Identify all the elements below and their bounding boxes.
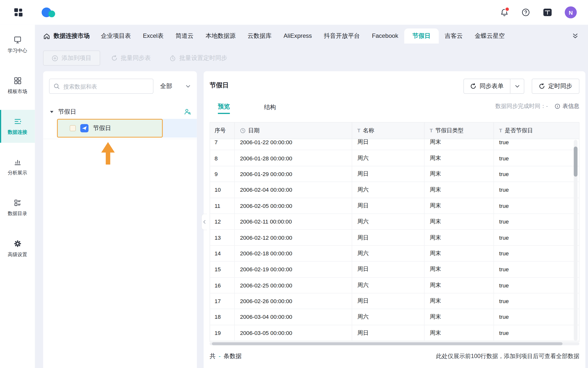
expand-tabs-icon[interactable] [572, 29, 579, 44]
tab-item[interactable]: 企业项目表 [95, 29, 137, 44]
table-body-viewport: 7 2006-01-22 00:00:00 周日 周末 true 8 2006-… [210, 139, 579, 341]
tab-item[interactable]: 吉客云 [439, 29, 469, 44]
notifications-bell-icon[interactable] [500, 8, 509, 17]
apps-grid-icon[interactable] [13, 7, 23, 17]
annotation-arrow [100, 141, 116, 165]
template-market-icon [13, 76, 22, 85]
sidebar-item-advanced-settings[interactable]: 高级设置 [0, 232, 35, 265]
tree-collapse-caret-icon[interactable] [50, 110, 54, 113]
tab-item[interactable]: Excel表 [137, 29, 169, 44]
column-header-is-holiday: T 是否节假日 [494, 123, 579, 139]
batch-toolbar: 添加到项目 批量同步表 批量设置定时同步 [43, 51, 227, 66]
table-header: 序号 日期 T 名称 T [210, 123, 579, 139]
dataset-label: 节假日 [93, 124, 111, 132]
search-input[interactable] [63, 83, 149, 90]
text-type-icon: T [499, 128, 502, 134]
scheduled-sync-button[interactable]: 定时同步 [532, 79, 579, 94]
gear-icon [13, 239, 22, 248]
data-explorer-panel: 全部 节假日 [43, 71, 197, 368]
sync-form-button[interactable]: 同步表单 [464, 79, 510, 93]
table-row[interactable]: 19 2006-03-05 00:00:00 周日 周末 true [210, 325, 579, 341]
tab-item[interactable]: Facebook [366, 29, 404, 44]
panel-collapse-handle[interactable] [201, 214, 207, 230]
sidebar-item-learning-center[interactable]: 学习中心 [0, 28, 35, 61]
main-area: 数据连接市场 企业项目表 Excel表 简道云 本地数据源 云数据库 AliEx… [35, 25, 588, 368]
sidebar-item-data-catalog[interactable]: 数据目录 [0, 191, 35, 224]
table-row[interactable]: 12 2006-02-11 00:00:00 周六 周末 true [210, 214, 579, 230]
topbar-right: N [500, 6, 577, 18]
batch-schedule-button[interactable]: 批量设置定时同步 [169, 54, 227, 62]
sync-time-text: 数据同步完成时间：- [495, 103, 548, 110]
tab-item[interactable]: 云数据库 [242, 29, 278, 44]
add-to-project-button[interactable]: 添加到项目 [43, 51, 100, 66]
timer-icon [169, 55, 176, 61]
tab-item-active[interactable]: 节假日 [404, 29, 439, 44]
clock-icon [240, 128, 246, 134]
tree-group-label: 节假日 [58, 108, 76, 116]
horizontal-scrollbar-thumb[interactable] [212, 342, 563, 345]
connection-tab-bar: 数据连接市场 企业项目表 Excel表 简道云 本地数据源 云数据库 AliEx… [43, 29, 588, 44]
tree-group-row[interactable]: 节假日 [50, 106, 191, 118]
sync-meta: 数据同步完成时间：- 表信息 [495, 103, 580, 110]
batch-sync-button[interactable]: 批量同步表 [111, 54, 151, 62]
page-title: 节假日 [210, 81, 229, 90]
sidebar-item-template-market[interactable]: 模板市场 [0, 69, 35, 102]
tab-item[interactable]: 本地数据源 [199, 29, 242, 44]
workbench-icon[interactable] [543, 7, 552, 17]
divider [43, 139, 197, 139]
vertical-scrollbar-thumb[interactable] [574, 146, 578, 177]
table-row[interactable]: 13 2006-02-12 00:00:00 周日 周末 true [210, 230, 579, 246]
table-row[interactable]: 7 2006-01-22 00:00:00 周日 周末 true [210, 139, 579, 150]
home-icon [43, 32, 50, 40]
table-row[interactable]: 16 2006-02-25 00:00:00 周六 周末 true [210, 277, 579, 293]
table-row[interactable]: 14 2006-02-18 00:00:00 周六 周末 true [210, 246, 579, 262]
info-icon [555, 103, 560, 109]
refresh-icon [539, 83, 545, 89]
table-row[interactable]: 15 2006-02-19 00:00:00 周日 周末 true [210, 262, 579, 277]
annotation-highlight-box: 节假日 [57, 119, 163, 138]
horizontal-scrollbar[interactable] [210, 342, 580, 345]
vertical-scrollbar[interactable] [574, 140, 578, 341]
permission-person-icon[interactable] [184, 108, 191, 115]
table-row[interactable]: 17 2006-02-26 00:00:00 周日 周末 true [210, 293, 579, 309]
sidebar-item-analysis[interactable]: 分析展示 [0, 150, 35, 184]
table-body: 7 2006-01-22 00:00:00 周日 周末 true 8 2006-… [210, 139, 579, 341]
table-row[interactable]: 10 2006-02-04 00:00:00 周六 周末 true [210, 182, 579, 198]
filter-select[interactable]: 全部 [159, 79, 193, 94]
search-box [49, 79, 153, 94]
data-connection-icon [13, 117, 22, 125]
sidebar-item-data-connection[interactable]: 数据连接 [0, 110, 35, 143]
dataset-row[interactable]: 节假日 [57, 119, 197, 138]
tab-item[interactable]: 抖音开放平台 [318, 29, 366, 44]
chevron-down-icon [186, 85, 190, 88]
column-header-name: T 名称 [352, 123, 425, 139]
notification-badge [505, 7, 510, 12]
sidebar: 学习中心 模板市场 数据连接 [0, 25, 35, 368]
avatar[interactable]: N [565, 6, 577, 18]
table-row[interactable]: 9 2006-01-29 00:00:00 周日 周末 true [210, 166, 579, 182]
help-icon[interactable] [521, 8, 530, 17]
column-header-holiday-type: T 节假日类型 [425, 123, 494, 139]
dataset-checkbox[interactable] [70, 125, 76, 131]
tab-item[interactable]: AliExpress [278, 29, 318, 44]
tab-item[interactable]: 简道云 [170, 29, 200, 44]
table-info-link[interactable]: 表信息 [555, 103, 580, 110]
tab-preview[interactable]: 预览 [218, 100, 230, 114]
preview-table: 序号 日期 T 名称 T [210, 122, 580, 342]
breadcrumb-home[interactable]: 数据连接市场 [43, 29, 95, 44]
column-header-index: 序号 [210, 123, 235, 139]
logo[interactable] [41, 6, 56, 19]
footer-note: 此处仅展示前100行数据，添加到项目后可查看全部数据 [436, 352, 579, 360]
table-row[interactable]: 18 2006-03-04 00:00:00 周六 周末 true [210, 309, 579, 325]
table-row[interactable]: 11 2006-02-05 00:00:00 周日 周末 true [210, 198, 579, 214]
text-type-icon: T [357, 128, 360, 134]
tab-item[interactable]: 金蝶云星空 [469, 29, 511, 44]
topbar: N [0, 0, 588, 25]
dataset-icon [80, 124, 89, 132]
app-window: N 学习中心 模板市场 [0, 0, 588, 368]
tab-structure[interactable]: 结构 [264, 100, 276, 114]
learning-center-icon [13, 35, 22, 44]
refresh-icon [111, 55, 117, 61]
sync-form-dropdown-caret[interactable] [510, 79, 524, 93]
table-row[interactable]: 8 2006-01-28 00:00:00 周六 周末 true [210, 150, 579, 166]
